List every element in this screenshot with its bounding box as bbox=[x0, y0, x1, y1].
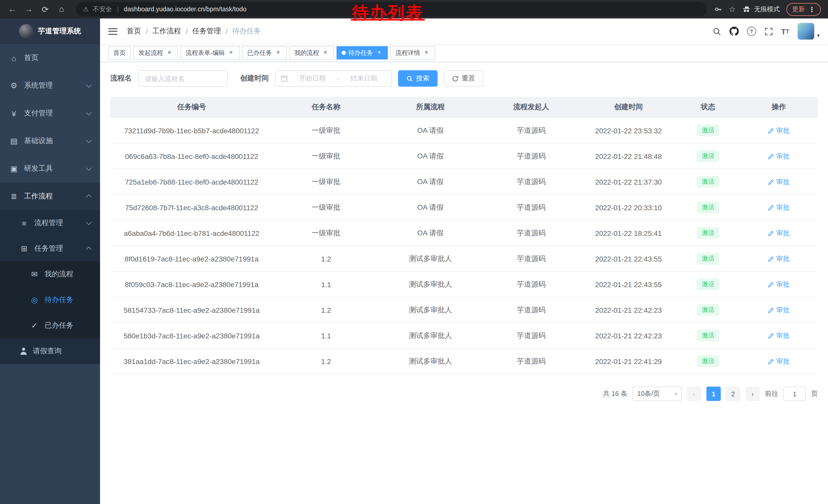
cell-initiator: 芋道源码 bbox=[482, 323, 581, 349]
reload-icon[interactable]: ⟳ bbox=[38, 2, 52, 16]
approve-link[interactable]: 审批 bbox=[768, 280, 790, 289]
top-navbar: 首页 / 工作流程 / 任务管理 / 待办任务 ? bbox=[100, 18, 828, 44]
goto-page-input[interactable] bbox=[783, 386, 806, 401]
status-badge: 激活 bbox=[697, 278, 719, 290]
approve-link[interactable]: 审批 bbox=[768, 228, 790, 238]
github-icon[interactable] bbox=[729, 27, 739, 36]
app-logo[interactable]: 芋道管理系统 bbox=[0, 18, 100, 44]
page-content: 流程名 创建时间 开始日期 - 结束日期 搜索 重置 bbox=[100, 62, 828, 409]
tab-my-process[interactable]: 我的流程× bbox=[289, 46, 334, 59]
browser-home-icon[interactable]: ⌂ bbox=[54, 2, 69, 16]
chrome-update-button[interactable]: 更新 ⋮ bbox=[786, 3, 821, 16]
message-icon: ✉ bbox=[30, 270, 39, 279]
incognito-label: 无痕模式 bbox=[754, 5, 780, 13]
cell-action: 审批 bbox=[740, 194, 818, 220]
cell-initiator: 芋道源码 bbox=[482, 220, 581, 246]
cell-task-name: 1.1 bbox=[273, 272, 379, 297]
close-icon[interactable]: × bbox=[275, 49, 282, 56]
process-name-input[interactable] bbox=[138, 70, 228, 87]
url-text[interactable]: dashboard.yudao.iocoder.cn/bpm/task/todo bbox=[124, 6, 247, 13]
close-icon[interactable]: × bbox=[166, 49, 173, 56]
sidebar-item-home[interactable]: ⌂ 首页 bbox=[0, 44, 100, 72]
cell-task-id: 58154733-7ac8-11ec-a9e2-a2380e71991a bbox=[110, 297, 273, 323]
security-label[interactable]: 不安全 bbox=[93, 5, 112, 13]
warning-icon: ⚠ bbox=[83, 6, 89, 13]
sidebar-toggle-icon[interactable] bbox=[108, 28, 118, 35]
user-avatar[interactable]: ▾ bbox=[797, 22, 820, 40]
table-row: 8f059c03-7ac8-11ec-a9e2-a2380e71991a1.1测… bbox=[110, 272, 818, 297]
table-row: a6aba0a4-7b6d-11ec-b781-acde48001122一级审批… bbox=[110, 220, 818, 246]
date-range-picker[interactable]: 开始日期 - 结束日期 bbox=[275, 70, 392, 87]
sidebar-item-leave-query[interactable]: 请假查询 bbox=[0, 338, 100, 364]
cell-status: 激活 bbox=[676, 118, 740, 143]
page-size-select[interactable]: 10条/页 ▾ bbox=[632, 386, 682, 401]
tab-done-task[interactable]: 已办任务× bbox=[242, 46, 287, 59]
font-size-icon[interactable]: TT bbox=[781, 27, 789, 36]
close-icon[interactable]: × bbox=[322, 49, 329, 56]
edit-pencil-icon bbox=[768, 358, 774, 364]
sidebar-item-process-mgmt[interactable]: ≡ 流程管理 bbox=[0, 210, 100, 236]
approve-link[interactable]: 审批 bbox=[768, 357, 790, 366]
tab-process-detail[interactable]: 流程详情× bbox=[390, 46, 435, 59]
approve-link[interactable]: 审批 bbox=[768, 203, 790, 212]
tab-todo-task[interactable]: 待办任务× bbox=[336, 46, 388, 59]
avatar-image bbox=[797, 22, 815, 40]
approve-link[interactable]: 审批 bbox=[768, 126, 790, 135]
search-button[interactable]: 搜索 bbox=[398, 70, 438, 87]
prev-page-button[interactable]: ‹ bbox=[687, 386, 701, 401]
bookmark-star-icon[interactable]: ☆ bbox=[729, 5, 736, 14]
next-page-button[interactable]: › bbox=[745, 386, 760, 401]
sidebar-item-dev-tools[interactable]: ▣ 研发工具 bbox=[0, 155, 100, 183]
list-icon: ≡ bbox=[19, 219, 29, 227]
sidebar-item-task-mgmt[interactable]: ⊞ 任务管理 bbox=[0, 236, 100, 262]
breadcrumb-home[interactable]: 首页 bbox=[127, 27, 141, 36]
tab-form-edit[interactable]: 流程表单-编辑× bbox=[180, 46, 240, 59]
chevron-down-icon: ▾ bbox=[674, 391, 677, 397]
breadcrumb-workflow[interactable]: 工作流程 bbox=[152, 27, 181, 36]
page-button-2[interactable]: 2 bbox=[726, 386, 740, 401]
sidebar-item-system-mgmt[interactable]: ⚙ 系统管理 bbox=[0, 72, 100, 99]
cell-initiator: 芋道源码 bbox=[482, 349, 581, 374]
chevron-down-icon bbox=[86, 219, 92, 225]
reset-button[interactable]: 重置 bbox=[444, 70, 483, 87]
forward-icon[interactable]: → bbox=[22, 2, 36, 16]
tab-start-process[interactable]: 发起流程× bbox=[133, 46, 178, 59]
edit-pencil-icon bbox=[768, 179, 774, 185]
end-date-placeholder: 结束日期 bbox=[341, 74, 386, 83]
approve-link[interactable]: 审批 bbox=[768, 177, 790, 186]
fullscreen-icon[interactable] bbox=[764, 27, 773, 36]
workflow-icon: ≣ bbox=[9, 192, 18, 201]
approve-link[interactable]: 审批 bbox=[768, 305, 790, 315]
approve-link[interactable]: 审批 bbox=[768, 254, 790, 263]
back-icon[interactable]: ← bbox=[5, 2, 19, 16]
sidebar-item-my-process[interactable]: ✉ 我的流程 bbox=[0, 262, 100, 287]
sidebar-item-label: 已办任务 bbox=[45, 321, 73, 330]
page-button-1[interactable]: 1 bbox=[706, 386, 721, 401]
omnibox-divider: | bbox=[117, 6, 119, 13]
cell-created: 2022-01-22 23:53:32 bbox=[581, 118, 676, 143]
approve-link[interactable]: 审批 bbox=[768, 331, 790, 340]
sidebar-item-done-task[interactable]: ✓ 已办任务 bbox=[0, 313, 100, 338]
close-icon[interactable]: × bbox=[423, 49, 430, 56]
sidebar: 芋道管理系统 ⌂ 首页 ⚙ 系统管理 ¥ 支付管理 ▤ 基础设施 bbox=[0, 18, 100, 504]
sidebar-item-todo-task[interactable]: ◎ 待办任务 bbox=[0, 287, 100, 313]
tab-home[interactable]: 首页 bbox=[108, 46, 131, 59]
cell-action: 审批 bbox=[740, 349, 818, 374]
breadcrumb-task-mgmt[interactable]: 任务管理 bbox=[192, 27, 221, 36]
sidebar-item-infrastructure[interactable]: ▤ 基础设施 bbox=[0, 127, 100, 155]
sidebar-item-payment-mgmt[interactable]: ¥ 支付管理 bbox=[0, 99, 100, 127]
cell-process: OA 请假 bbox=[379, 194, 482, 220]
approve-link[interactable]: 审批 bbox=[768, 151, 790, 161]
sidebar-item-workflow[interactable]: ≣ 工作流程 bbox=[0, 183, 100, 210]
close-icon[interactable]: × bbox=[376, 49, 383, 56]
browser-menu-icon[interactable]: ⋮ bbox=[809, 5, 815, 13]
search-icon[interactable] bbox=[712, 27, 721, 36]
cell-task-name: 一级审批 bbox=[273, 143, 379, 169]
cell-action: 审批 bbox=[740, 246, 818, 272]
help-icon[interactable]: ? bbox=[747, 27, 756, 36]
cell-initiator: 芋道源码 bbox=[482, 118, 581, 143]
close-icon[interactable]: × bbox=[227, 49, 235, 56]
navbar-actions: ? TT ▾ bbox=[712, 22, 820, 40]
sidebar-item-label: 流程管理 bbox=[34, 218, 63, 228]
password-key-icon[interactable] bbox=[714, 5, 722, 13]
